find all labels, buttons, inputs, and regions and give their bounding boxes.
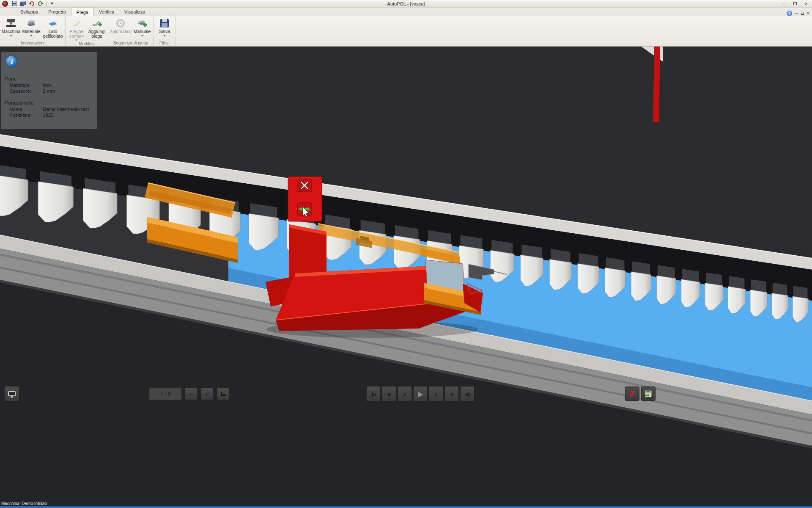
skip-end-icon: »| (465, 391, 470, 397)
thickness-value: 2 mm (43, 88, 55, 94)
view-mode-button[interactable] (4, 386, 19, 401)
fast-backward-icon: « (387, 391, 390, 397)
bend-command-panel (288, 177, 322, 221)
chevron-down-icon (30, 35, 33, 36)
red-x-icon: ✗ (629, 389, 636, 399)
part-section-title: Parte (1, 76, 97, 81)
backward-icon: ‹ (404, 391, 406, 397)
redo-icon[interactable] (37, 1, 44, 7)
macchina-button[interactable]: Macchina (1, 17, 21, 36)
chevron-down-icon (141, 35, 143, 36)
abort-sequence-button[interactable]: ✗ (625, 387, 639, 401)
chevron-down-icon (10, 35, 12, 36)
holder-name-label: Nome: (9, 106, 43, 112)
app-window: AutoPOL - [vasca] − × Sviluppa Progetto … (0, 0, 812, 508)
status-bar: Macchina: Demo Infolab (0, 500, 812, 506)
scene-3d-view[interactable] (0, 47, 812, 500)
aggiungi-piega-button[interactable]: Aggiungi piega (87, 17, 107, 39)
automatic-icon (115, 18, 126, 29)
qat-dropdown-icon[interactable] (49, 1, 55, 7)
corner-step-button[interactable] (217, 387, 230, 400)
holder-section-title: Portautensile (1, 100, 97, 105)
fast-forward-icon: » (450, 391, 453, 397)
quick-access-toolbar (0, 1, 55, 7)
tab-sviluppa[interactable]: Sviluppa (15, 8, 43, 16)
machine-icon (5, 18, 16, 29)
chevron-down-icon (75, 39, 78, 41)
material-label: Materiale: (9, 82, 43, 88)
save-sequence-button[interactable] (641, 387, 656, 401)
window-title: AutoPOL - [vasca] (0, 1, 812, 6)
forward-icon: › (435, 391, 437, 397)
ribbon-group-files: Salva Files: (154, 16, 176, 46)
close-button[interactable]: × (801, 0, 812, 7)
nav-prev-button[interactable]: ‹ (398, 386, 412, 401)
add-bend-icon (91, 18, 102, 29)
qat-separator (46, 1, 47, 6)
maximize-button[interactable] (789, 0, 801, 7)
materiale-button[interactable]: Materiale (22, 17, 41, 36)
help-icon[interactable]: ? (787, 11, 792, 16)
ribbon-group-impostazioni: Macchina Materiale Lato pellicolato (0, 16, 66, 46)
maximize-icon (793, 2, 797, 5)
nav-first-button[interactable]: |« (366, 386, 381, 401)
automatico-button[interactable]: Automatico (110, 17, 132, 34)
check-icon: ✓ (205, 391, 210, 397)
automatico-label: Automatico (110, 29, 132, 34)
thickness-label: Spessore: (9, 88, 43, 94)
bend-counter-display[interactable]: 7 / 8 (149, 387, 182, 400)
material-value: Inox (43, 82, 52, 88)
mdi-close-button[interactable]: × (807, 11, 809, 16)
nav-last-button[interactable]: »| (460, 386, 475, 401)
ribbon-tab-row: Sviluppa Progetto Piega Verifica Visuali… (0, 8, 812, 16)
undo-icon[interactable] (28, 1, 35, 7)
nav-next-button[interactable]: › (429, 386, 443, 401)
info-panel: i Parte Materiale:Inox Spessore:2 mm Por… (1, 52, 97, 129)
save-green-icon (644, 389, 653, 398)
titlebar: AutoPOL - [vasca] − × (0, 0, 812, 8)
mdi-restore-button[interactable] (801, 12, 804, 15)
decrease-button[interactable]: − (185, 387, 198, 400)
material-icon (26, 18, 37, 29)
nav-play-button[interactable]: ▶ (413, 386, 428, 401)
common-bends-icon (71, 18, 82, 29)
tab-visualizza[interactable]: Visualizza (119, 8, 150, 16)
minimize-button[interactable]: − (778, 0, 789, 7)
save-file-icon (159, 18, 170, 29)
confirm-button[interactable]: ✓ (201, 387, 214, 400)
tab-verifica[interactable]: Verifica (94, 8, 119, 16)
ribbon: Macchina Materiale Lato pellicolato (0, 16, 812, 47)
pieghe-comuni-button[interactable]: Pieghe comuni (67, 17, 86, 41)
salva-button[interactable]: Salva (155, 17, 174, 36)
film-side-icon (47, 18, 58, 29)
save-icon[interactable] (11, 1, 17, 7)
aggiungi-piega-label: Aggiungi piega (87, 29, 107, 39)
tab-piega[interactable]: Piega (71, 8, 94, 16)
manuale-button[interactable]: Manuale (132, 17, 152, 36)
sequence-navigation: |« « ‹ ▶ › » »| (366, 386, 475, 401)
holder-position-label: Posizione: (9, 112, 43, 118)
info-icon: i (5, 55, 17, 67)
status-text: Macchina: Demo Infolab (1, 501, 47, 506)
pieghe-comuni-label: Pieghe comuni (67, 29, 86, 39)
ribbon-group-label: Sequenza di piega (110, 40, 152, 46)
lato-pellicolato-button[interactable]: Lato pellicolato (42, 17, 64, 39)
mdi-minimize-button[interactable]: − (795, 11, 798, 16)
manual-icon (137, 18, 148, 29)
ribbon-group-sequenza: Automatico Manuale Sequenza di piega (108, 16, 154, 46)
step-icon (221, 392, 226, 396)
tab-progetto[interactable]: Progetto (43, 8, 71, 16)
play-icon: ▶ (418, 391, 423, 397)
nav-rewind-button[interactable]: « (382, 386, 396, 401)
ribbon-group-label: Impostazioni (1, 40, 64, 46)
minus-icon: − (189, 391, 193, 397)
taskbar-sliver (0, 506, 812, 508)
ribbon-group-label: Files: (155, 40, 174, 46)
app-logo-icon[interactable] (2, 1, 8, 7)
save-all-icon[interactable] (19, 1, 26, 7)
holder-name-value: Demo intermedio test (43, 106, 89, 112)
nav-forward-button[interactable]: » (444, 386, 459, 401)
salva-label: Salva (159, 29, 170, 34)
materiale-label: Materiale (22, 29, 40, 34)
delete-bend-button[interactable] (297, 179, 312, 192)
